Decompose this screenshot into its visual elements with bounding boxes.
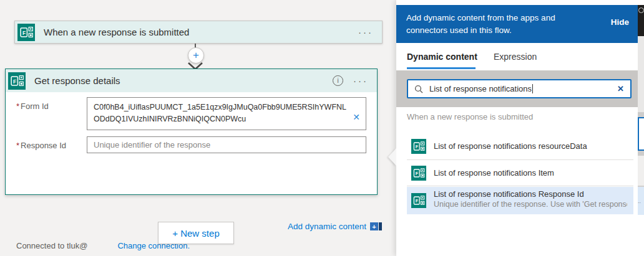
clear-value-icon[interactable]: ✕ [353, 111, 360, 125]
svg-text:F: F [13, 78, 16, 84]
dynamic-content-item[interactable]: F List of response notifications Item [407, 160, 633, 186]
trigger-title: When a new response is submitted [44, 27, 358, 37]
forms-connector-icon: F [8, 72, 26, 90]
active-tab-underline [407, 67, 476, 69]
screen-edge-artifact [638, 0, 644, 5]
search-icon [414, 85, 423, 93]
item-title: List of response notifications Item [434, 168, 554, 178]
action-card-header[interactable]: F Get response details i ··· [6, 69, 377, 92]
panel-header: Add dynamic content from the apps and co… [396, 5, 638, 43]
forms-connector-icon: F [411, 166, 426, 181]
panel-callout-beak [388, 148, 396, 166]
dynamic-content-item-selected[interactable]: F List of response notifications Respons… [407, 187, 633, 214]
response-id-row: *Response Id [6, 132, 366, 153]
response-id-label: *Response Id [6, 136, 87, 153]
search-strip: List of response notifications ✕ [396, 70, 638, 107]
insert-step-button[interactable]: + [188, 47, 204, 64]
item-title: List of response notifications Response … [434, 189, 627, 199]
svg-text:F: F [416, 171, 419, 176]
add-dynamic-content-link[interactable]: Add dynamic content [288, 222, 366, 231]
screen-edge-artifact: .. [638, 187, 644, 215]
screen-edge-artifact [638, 156, 644, 186]
required-marker: * [16, 141, 19, 150]
item-title: List of response notifications resourceD… [434, 141, 587, 151]
trigger-card[interactable]: F When a new response is submitted ··· [14, 21, 383, 44]
avatar-fragment [638, 7, 644, 13]
dynamic-content-panel: Add dynamic content from the apps and co… [396, 0, 638, 256]
power-automate-designer: F When a new response is submitted ··· +… [0, 0, 644, 256]
dynamic-content-search-input[interactable]: List of response notifications ✕ [407, 79, 632, 98]
forms-connector-icon: F [411, 139, 426, 154]
divider [407, 186, 633, 186]
tab-dynamic-content[interactable]: Dynamic content [407, 52, 477, 62]
clear-search-icon[interactable]: ✕ [617, 84, 624, 93]
screen-edge-artifact [638, 5, 644, 36]
action-title: Get response details [34, 75, 333, 86]
form-id-label: *Form Id [6, 97, 87, 130]
trigger-group-header: When a new response is submitted [407, 112, 533, 121]
action-card: F Get response details i ··· *Form Id C0… [5, 69, 378, 195]
item-description: Unique identifier of the response. Use w… [434, 200, 627, 209]
new-step-button[interactable]: + New step [158, 222, 234, 244]
search-value: List of response notifications [429, 84, 532, 93]
screen-edge-artifact [638, 36, 644, 112]
plus-icon: + [193, 49, 199, 62]
hide-button[interactable]: Hide [611, 12, 629, 43]
add-dynamic-content-icon[interactable]: + [370, 222, 382, 230]
forms-connector-icon: F [17, 24, 35, 41]
svg-text:F: F [22, 29, 26, 36]
forms-connector-icon: F [411, 193, 426, 208]
required-marker: * [16, 102, 19, 111]
text-caret [532, 84, 533, 93]
panel-tabs: Dynamic content Expression [396, 43, 638, 70]
connected-to-text: Connected to tluk@ [16, 241, 87, 250]
panel-header-message: Add dynamic content from the apps and co… [406, 12, 593, 43]
svg-text:F: F [416, 198, 419, 204]
screen-edge-artifact [638, 112, 644, 156]
dynamic-content-item[interactable]: F List of response notifications resourc… [407, 133, 633, 159]
add-dynamic-content-row: Add dynamic content + [102, 222, 382, 231]
svg-text:F: F [416, 144, 419, 149]
tab-expression[interactable]: Expression [494, 52, 537, 62]
info-icon[interactable]: i [333, 75, 343, 86]
more-options-icon[interactable]: ··· [358, 27, 373, 37]
form-id-input[interactable]: C0f0hB4_iUiflasPUUMCT_1a5E1qzx9IgJMuQa0F… [87, 97, 366, 130]
more-options-icon[interactable]: ··· [353, 75, 368, 86]
screen-edge-artifact [638, 215, 644, 256]
form-id-row: *Form Id C0f0hB4_iUiflasPUUMCT_1a5E1qzx9… [6, 92, 366, 130]
response-id-input[interactable] [87, 136, 366, 153]
